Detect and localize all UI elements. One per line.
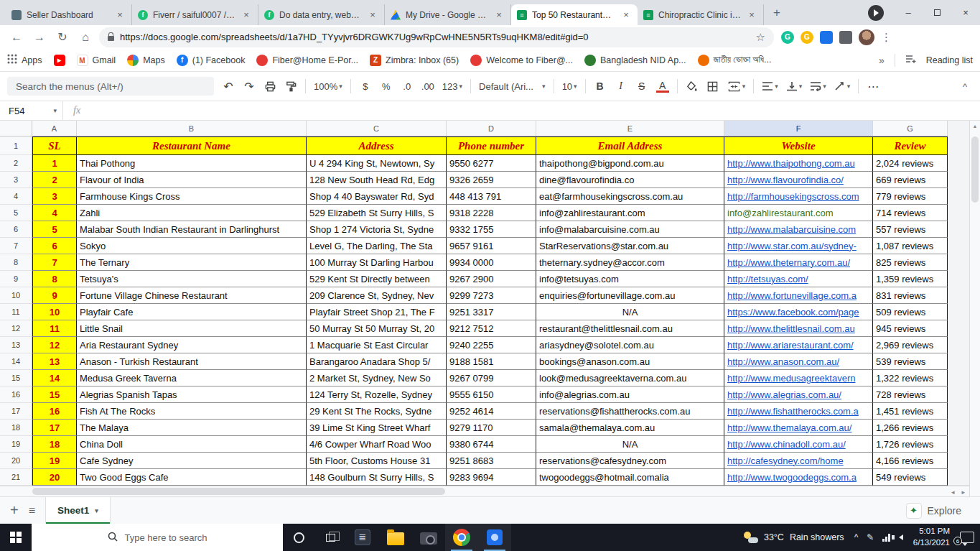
cell[interactable]: http://www.chinadoll.com.au/: [724, 436, 873, 453]
cell[interactable]: 9188 1581: [447, 353, 536, 370]
row-number[interactable]: 7: [0, 238, 32, 254]
bookmark-item[interactable]: জাতীয় ভোক্তা অধি...: [698, 55, 772, 66]
cell[interactable]: 1,451 reviews: [873, 403, 948, 420]
cell[interactable]: 831 reviews: [873, 287, 948, 304]
pen-icon[interactable]: ✎: [867, 532, 874, 542]
cell[interactable]: info@zahlirestaurant.com: [724, 205, 873, 221]
cell[interactable]: samala@themalaya.com.au: [536, 420, 724, 436]
merge-cells-button[interactable]: ▾: [727, 80, 746, 93]
cell[interactable]: Malabar South Indian Restaurant in Darli…: [77, 221, 307, 238]
cell[interactable]: 557 reviews: [873, 221, 948, 238]
paint-format-button[interactable]: [284, 80, 297, 93]
cell[interactable]: 4: [32, 205, 77, 221]
cell[interactable]: http://www.flavourofindia.co/: [724, 172, 873, 188]
cell[interactable]: http://www.malabarcuisine.com: [724, 221, 873, 238]
browser-tab[interactable]: fDo data entry, web res×: [258, 4, 385, 25]
cell[interactable]: http://www.fishattherocks.com.a: [724, 403, 873, 420]
cell[interactable]: 2 Market St, Sydney, New So: [307, 370, 447, 386]
cell[interactable]: 9934 0000: [447, 254, 536, 271]
cell[interactable]: 5th Floor, Customs House 31: [307, 453, 447, 469]
text-rotation-button[interactable]: ▾: [834, 81, 851, 91]
tab-close-icon[interactable]: ×: [114, 9, 126, 21]
cell[interactable]: Shop 4 40 Bayswater Rd, Syd: [307, 188, 447, 205]
scroll-right-icon[interactable]: ▸: [961, 489, 965, 496]
cell[interactable]: dine@flavourofindia.co: [536, 172, 724, 188]
blue-extension-icon[interactable]: [820, 31, 833, 44]
cell[interactable]: http://www.themalaya.com.au/: [724, 420, 873, 436]
cell[interactable]: http://www.fortunevillage.com.a: [724, 287, 873, 304]
briefcase-extension-icon[interactable]: [839, 31, 852, 44]
cell[interactable]: info@zahlirestaurant.com: [536, 205, 724, 221]
browser-menu-icon[interactable]: ⋮: [881, 31, 892, 44]
cell[interactable]: bookings@anason.com.au: [536, 353, 724, 370]
cell[interactable]: http://www.twogoodeggs.com.a: [724, 469, 873, 486]
cell[interactable]: 2,024 reviews: [873, 155, 948, 172]
cell[interactable]: http://www.alegrias.com.au/: [724, 386, 873, 403]
hidden-icons-chevron[interactable]: ^: [854, 532, 859, 542]
row-number[interactable]: 5: [0, 205, 32, 221]
bookmark-item[interactable]: f(1) Facebook: [177, 55, 246, 66]
task-view-button[interactable]: [314, 524, 346, 551]
cell[interactable]: N/A: [536, 436, 724, 453]
profile-avatar[interactable]: [859, 29, 874, 45]
cell[interactable]: restaurant@thelittlesnail.com.au: [536, 320, 724, 337]
taskbar-photos[interactable]: [478, 524, 511, 551]
cell[interactable]: 50 Murray St 50 Murray St, 20: [307, 320, 447, 337]
cell[interactable]: 209 Clarence St, Sydney, Nev: [307, 287, 447, 304]
cell[interactable]: U 4 294 King St, Newtown, Sy: [307, 155, 447, 172]
sheet-tab-sheet1[interactable]: Sheet1 ▾: [45, 497, 111, 524]
cell[interactable]: 1,266 reviews: [873, 420, 948, 436]
cell[interactable]: 128 New South Head Rd, Edg: [307, 172, 447, 188]
cell[interactable]: 1,359 reviews: [873, 271, 948, 287]
cell[interactable]: 20: [32, 469, 77, 486]
new-tab-button[interactable]: +: [767, 4, 787, 24]
format-currency-button[interactable]: $: [359, 81, 372, 92]
cell[interactable]: 1,726 reviews: [873, 436, 948, 453]
print-button[interactable]: [263, 80, 276, 93]
horizontal-scroll-thumb[interactable]: [32, 488, 445, 495]
bookmark-item[interactable]: Maps: [127, 55, 165, 66]
maximize-button[interactable]: [923, 0, 951, 25]
cell[interactable]: reservations@fishattherocks.com.au: [536, 403, 724, 420]
cell[interactable]: 9: [32, 287, 77, 304]
start-button[interactable]: [0, 524, 32, 551]
text-wrap-button[interactable]: ▾: [810, 81, 826, 91]
cell[interactable]: 14: [32, 370, 77, 386]
cell[interactable]: Aria Restaurant Sydney: [77, 337, 307, 353]
bookmark-item[interactable]: Fiber@Home E-Por...: [256, 55, 358, 66]
cell[interactable]: 945 reviews: [873, 320, 948, 337]
cell[interactable]: Tetsuya's: [77, 271, 307, 287]
cell[interactable]: ariasydney@solotel.com.au: [536, 337, 724, 353]
row-number[interactable]: 20: [0, 453, 32, 469]
cell[interactable]: eat@farmhousekingscross.com.au: [536, 188, 724, 205]
cell[interactable]: 100 Murray St Darling Harbou: [307, 254, 447, 271]
cell[interactable]: 5: [32, 221, 77, 238]
cell[interactable]: 9326 2659: [447, 172, 536, 188]
header-cell[interactable]: SL: [32, 136, 77, 155]
cell[interactable]: 11: [32, 320, 77, 337]
bold-button[interactable]: B: [594, 80, 607, 92]
cell[interactable]: twogoodeggs@hotmail.comalia: [536, 469, 724, 486]
tab-close-icon[interactable]: ×: [367, 9, 378, 21]
font-select[interactable]: Default (Ari...▾: [479, 81, 546, 92]
cell[interactable]: https://www.facebook.com/page: [724, 304, 873, 320]
cell[interactable]: 9550 6277: [447, 155, 536, 172]
browser-tab[interactable]: Seller Dashboard×: [6, 4, 132, 25]
cell[interactable]: http://www.anason.com.au/: [724, 353, 873, 370]
row-number[interactable]: 10: [0, 287, 32, 304]
cell[interactable]: Level G, The Darling, The Sta: [307, 238, 447, 254]
row-number[interactable]: 8: [0, 254, 32, 271]
vertical-scroll-thumb[interactable]: [971, 136, 979, 203]
text-color-button[interactable]: A: [656, 80, 669, 93]
cell[interactable]: 9251 3317: [447, 304, 536, 320]
forward-button[interactable]: →: [30, 28, 49, 47]
cell[interactable]: http://www.ariarestaurant.com/: [724, 337, 873, 353]
cell[interactable]: Zahli: [77, 205, 307, 221]
cell[interactable]: 779 reviews: [873, 188, 948, 205]
scroll-left-icon[interactable]: ◂: [951, 489, 955, 496]
cell[interactable]: 13: [32, 353, 77, 370]
collapse-toolbar-button[interactable]: ^: [963, 81, 973, 92]
header-cell[interactable]: Address: [307, 136, 447, 155]
row-number[interactable]: 9: [0, 271, 32, 287]
cell[interactable]: 728 reviews: [873, 386, 948, 403]
